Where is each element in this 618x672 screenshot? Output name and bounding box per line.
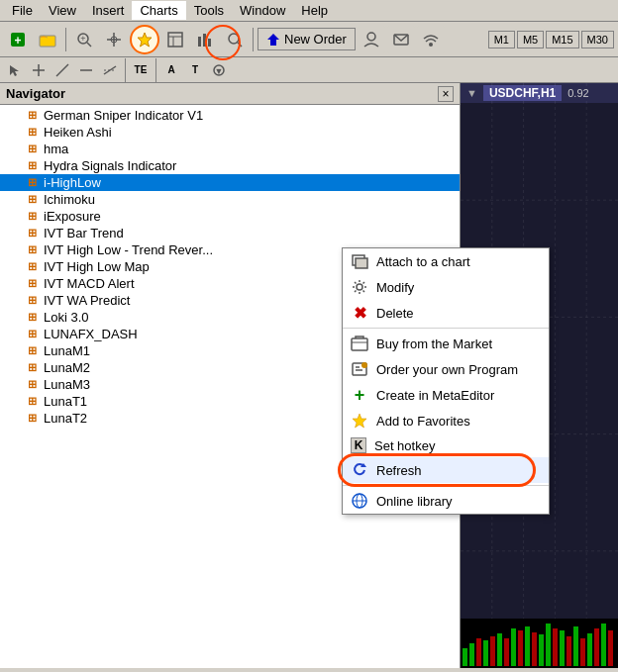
- nav-item-hma[interactable]: ⊞ hma: [0, 141, 460, 157]
- menu-file[interactable]: File: [4, 1, 41, 20]
- svg-rect-10: [168, 33, 182, 47]
- svg-rect-55: [580, 638, 585, 666]
- text-button[interactable]: T: [184, 59, 206, 81]
- toolbar-drawing: TE A T ▼: [0, 57, 618, 83]
- ctx-create-metaeditor[interactable]: + Create in MetaEditor: [343, 382, 549, 408]
- context-menu: Attach to a chart Modify ✖ Delete Buy fr…: [342, 247, 550, 515]
- ctx-attach-chart[interactable]: Attach to a chart: [343, 248, 549, 274]
- wifi-button[interactable]: [417, 26, 445, 53]
- svg-point-62: [357, 284, 362, 290]
- svg-point-16: [229, 34, 239, 44]
- menu-view[interactable]: View: [41, 1, 84, 20]
- menu-insert[interactable]: Insert: [84, 1, 133, 20]
- svg-text:+: +: [80, 34, 85, 44]
- candlestick-chart: [461, 619, 618, 668]
- cursor-button[interactable]: [4, 59, 26, 81]
- ctx-order-program[interactable]: Order your own Program: [343, 356, 549, 382]
- crosshair-button[interactable]: [100, 26, 128, 53]
- indicator-icon: ⊞: [24, 344, 40, 358]
- text-price-button[interactable]: TE: [130, 59, 152, 81]
- ctx-modify[interactable]: Modify: [343, 274, 549, 300]
- ctx-delete[interactable]: ✖ Delete: [343, 300, 549, 326]
- svg-line-17: [238, 43, 242, 47]
- nav-item-hydra[interactable]: ⊞ Hydra Signals Indicator: [0, 157, 460, 174]
- separator-2: [253, 28, 254, 51]
- svg-rect-50: [546, 624, 551, 666]
- svg-rect-47: [525, 626, 530, 666]
- svg-rect-58: [601, 624, 606, 666]
- indicator-icon: ⊞: [24, 126, 40, 140]
- timeframe-group: M1 M5 M15 M30: [488, 31, 614, 48]
- nav-item-heiken-ashi[interactable]: ⊞ Heiken Ashi: [0, 124, 460, 141]
- menu-tools[interactable]: Tools: [186, 1, 232, 20]
- ctx-buy-market[interactable]: Buy from the Market: [343, 331, 549, 356]
- menu-charts[interactable]: Charts: [132, 1, 185, 20]
- new-chart-button[interactable]: +: [4, 26, 32, 53]
- crosshair2-button[interactable]: [28, 59, 50, 81]
- svg-marker-18: [267, 34, 279, 46]
- svg-rect-54: [573, 626, 578, 666]
- tf-m15[interactable]: M15: [546, 31, 578, 48]
- mail-button[interactable]: [387, 26, 415, 53]
- zoom-in-button[interactable]: +: [70, 26, 98, 53]
- svg-line-4: [87, 43, 91, 47]
- svg-text:+: +: [14, 34, 21, 48]
- svg-marker-67: [353, 414, 366, 428]
- open-button[interactable]: [34, 26, 61, 53]
- template-button[interactable]: [161, 26, 189, 53]
- svg-rect-61: [356, 258, 367, 268]
- svg-marker-9: [138, 33, 152, 47]
- svg-text:▼: ▼: [215, 66, 224, 76]
- svg-rect-13: [198, 37, 201, 47]
- ctx-refresh[interactable]: Refresh: [343, 457, 549, 483]
- indicator-icon: ⊞: [24, 328, 40, 341]
- nav-item-ivt-bar-trend[interactable]: ⊞ IVT Bar Trend: [0, 225, 460, 241]
- hotkey-icon: K: [351, 437, 366, 453]
- svg-rect-15: [208, 39, 211, 47]
- channel-button[interactable]: [99, 59, 121, 81]
- account-button[interactable]: [358, 26, 385, 53]
- fibo-button[interactable]: A: [160, 59, 182, 81]
- toolbar-main: + + New Order M1 M5 M15 M30: [0, 22, 618, 57]
- nav-item-ihighlow[interactable]: ⊞ i-HighLow: [0, 174, 460, 191]
- bottom-chart: [461, 619, 618, 668]
- nav-item-ichimoku[interactable]: ⊞ Ichimoku: [0, 191, 460, 208]
- tf-m30[interactable]: M30: [581, 31, 614, 48]
- nav-item-iexposure[interactable]: ⊞ iExposure: [0, 208, 460, 225]
- indicator-icon: ⊞: [24, 159, 40, 173]
- indicator-icon: ⊞: [24, 176, 40, 190]
- indicator-icon: ⊞: [24, 412, 40, 426]
- svg-rect-42: [490, 636, 495, 666]
- indicator-icon: ⊞: [24, 260, 40, 274]
- delete-icon: ✖: [351, 304, 368, 322]
- new-order-button[interactable]: New Order: [258, 28, 356, 50]
- svg-rect-56: [587, 633, 592, 666]
- menu-window[interactable]: Window: [232, 1, 293, 20]
- navigator-close-button[interactable]: ×: [438, 86, 454, 102]
- indicator-icon: ⊞: [24, 277, 40, 291]
- svg-rect-59: [608, 630, 613, 666]
- buy-market-icon: [351, 335, 368, 352]
- svg-rect-41: [483, 640, 488, 666]
- scan-button[interactable]: [221, 26, 249, 53]
- ctx-separator-2: [343, 485, 549, 486]
- bar-chart-button[interactable]: [191, 26, 219, 53]
- svg-line-24: [56, 64, 68, 76]
- indicator-icon: ⊞: [24, 109, 40, 123]
- menubar: File View Insert Charts Tools Window Hel…: [0, 0, 618, 22]
- arrow-button[interactable]: ▼: [208, 59, 230, 81]
- hline-button[interactable]: [75, 59, 97, 81]
- tf-m1[interactable]: M1: [488, 31, 515, 48]
- indicator-icon: ⊞: [24, 243, 40, 257]
- indicator-icon: ⊞: [24, 227, 40, 240]
- nav-item-german-sniper[interactable]: ⊞ German Sniper Indicator V1: [0, 107, 460, 124]
- svg-rect-14: [203, 34, 206, 47]
- ctx-online-library[interactable]: Online library: [343, 488, 549, 514]
- tf-m5[interactable]: M5: [517, 31, 544, 48]
- menu-help[interactable]: Help: [293, 1, 336, 20]
- line-button[interactable]: [52, 59, 73, 81]
- favorites-button[interactable]: [130, 25, 159, 54]
- svg-rect-57: [594, 628, 599, 666]
- ctx-add-favorites[interactable]: Add to Favorites: [343, 408, 549, 433]
- ctx-set-hotkey[interactable]: K Set hotkey: [343, 433, 549, 457]
